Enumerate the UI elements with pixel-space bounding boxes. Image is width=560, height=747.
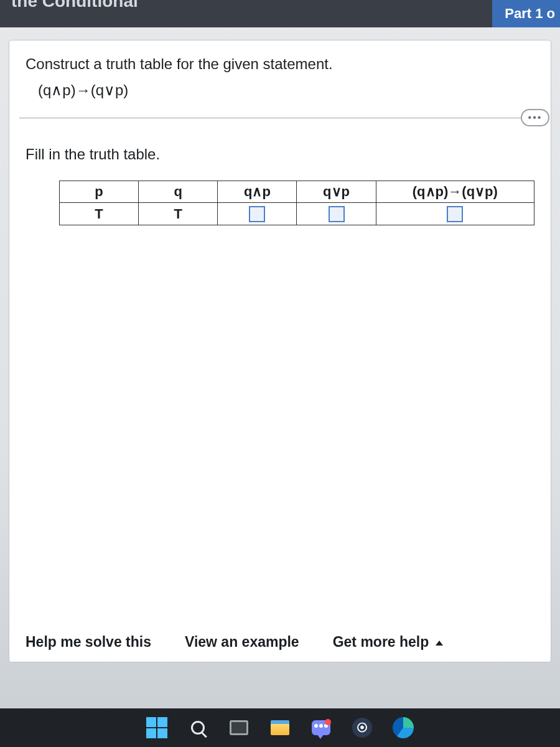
cell-p: T	[60, 203, 139, 225]
app-header: the Conditional Part 1 o	[0, 0, 560, 27]
truth-table: p q q∧p q∨p (q∧p)→(q∨p) T T	[59, 181, 534, 225]
chat-button[interactable]	[310, 716, 332, 739]
cell-q: T	[139, 203, 218, 225]
instruction-text: Fill in the truth table.	[26, 146, 534, 163]
get-more-help-button[interactable]: Get more help	[333, 634, 443, 651]
get-more-help-label: Get more help	[333, 634, 429, 650]
edge-browser-button[interactable]	[392, 716, 414, 739]
caret-up-icon	[436, 641, 443, 646]
task-view-button[interactable]	[228, 716, 250, 739]
col-header-qorp: q∨p	[297, 181, 376, 203]
cell-implication	[376, 203, 534, 225]
start-button[interactable]	[146, 716, 168, 739]
cell-qandp	[218, 203, 297, 225]
question-panel: Construct a truth table for the given st…	[9, 40, 551, 662]
edge-icon	[393, 717, 414, 738]
table-header-row: p q q∧p q∨p (q∧p)→(q∨p)	[60, 181, 534, 203]
col-header-p: p	[60, 181, 139, 203]
answer-input-implication[interactable]	[447, 206, 463, 222]
notification-dot-icon	[325, 719, 331, 725]
windows-taskbar: ⦿	[0, 708, 560, 747]
windows-logo-icon	[146, 717, 167, 738]
zoom-button[interactable]: ⦿	[351, 716, 373, 739]
help-toolbar: Help me solve this View an example Get m…	[26, 634, 534, 651]
table-row: T T	[60, 203, 534, 225]
view-example-button[interactable]: View an example	[185, 634, 299, 651]
section-divider: •••	[19, 118, 547, 118]
header-title: the Conditional	[11, 0, 138, 11]
col-header-q: q	[139, 181, 218, 203]
ellipsis-icon: •••	[528, 112, 543, 123]
col-header-implication: (q∧p)→(q∨p)	[376, 181, 534, 203]
file-explorer-button[interactable]	[269, 716, 291, 739]
question-prompt: Construct a truth table for the given st…	[26, 55, 534, 73]
question-formula: (q∧p)→(q∨p)	[38, 82, 534, 99]
magnifier-icon: ⦿	[352, 718, 372, 738]
answer-input-qandp[interactable]	[249, 206, 265, 222]
part-label: Part 1 o	[505, 6, 555, 22]
answer-input-qorp[interactable]	[329, 206, 345, 222]
col-header-qandp: q∧p	[218, 181, 297, 203]
task-view-icon	[230, 720, 248, 735]
more-options-button[interactable]: •••	[521, 109, 549, 126]
cell-qorp	[297, 203, 376, 225]
file-explorer-icon	[271, 720, 289, 735]
help-me-solve-button[interactable]: Help me solve this	[26, 634, 151, 651]
search-icon	[191, 721, 205, 735]
search-button[interactable]	[187, 716, 209, 739]
part-indicator: Part 1 o	[492, 0, 560, 27]
